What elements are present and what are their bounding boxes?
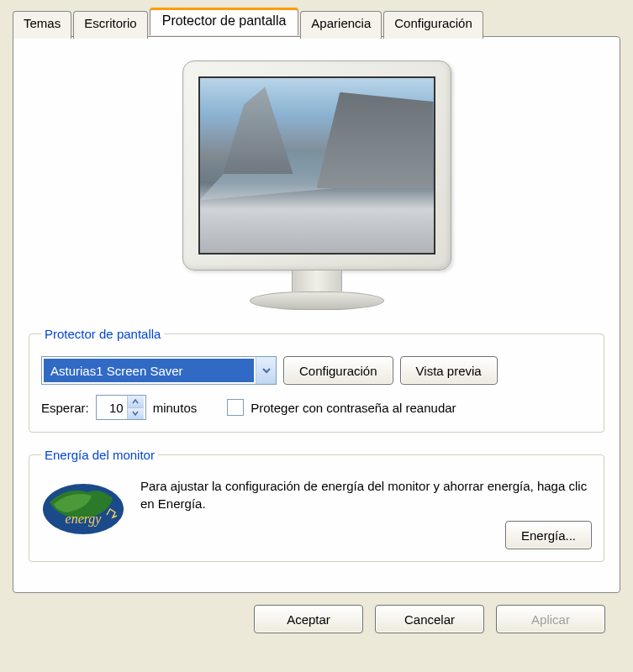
password-label: Proteger con contraseña al reanudar	[251, 401, 456, 415]
screensaver-preview-button[interactable]: Vista previa	[400, 356, 498, 385]
cancel-button[interactable]: Cancelar	[375, 605, 484, 633]
wait-input[interactable]	[97, 396, 127, 419]
wait-label: Esperar:	[41, 401, 89, 415]
dropdown-button[interactable]	[256, 357, 276, 384]
screensaver-dropdown[interactable]: Asturias1 Screen Saver	[41, 356, 277, 385]
wait-unit: minutos	[153, 401, 198, 415]
apply-button[interactable]: Aplicar	[496, 605, 605, 633]
chevron-up-icon	[132, 399, 139, 404]
monitor-neck	[292, 270, 342, 291]
tab-apariencia[interactable]: Apariencia	[300, 11, 382, 39]
monitor-base	[250, 291, 384, 310]
monitor-bezel	[182, 60, 451, 270]
chevron-down-icon	[262, 366, 271, 375]
energy-legend: Energía del monitor	[41, 448, 158, 462]
svg-text:energy: energy	[66, 512, 103, 527]
ok-button[interactable]: Aceptar	[254, 605, 363, 633]
dialog-buttons: Aceptar Cancelar Aplicar	[13, 593, 620, 633]
tab-panel: Protector de pantalla Asturias1 Screen S…	[13, 36, 620, 593]
screensaver-selected: Asturias1 Screen Saver	[44, 359, 254, 382]
tab-escritorio[interactable]: Escritorio	[73, 11, 148, 39]
energy-description: Para ajustar la configuración de energía…	[140, 477, 592, 512]
chevron-down-icon	[132, 411, 139, 416]
energy-group: Energía del monitor energy Para ajustar …	[29, 448, 604, 562]
screensaver-group: Protector de pantalla Asturias1 Screen S…	[29, 327, 604, 433]
energy-button[interactable]: Energía...	[505, 521, 592, 549]
spinner-up[interactable]	[128, 396, 144, 408]
screensaver-legend: Protector de pantalla	[41, 327, 164, 341]
tab-strip: Temas Escritorio Protector de pantalla A…	[13, 8, 620, 36]
screensaver-settings-button[interactable]: Configuración	[283, 356, 393, 385]
monitor-preview	[29, 52, 604, 327]
monitor-screen	[198, 76, 435, 255]
password-checkbox[interactable]	[227, 399, 244, 416]
energy-star-icon: energy	[41, 477, 125, 536]
tab-configuracion[interactable]: Configuración	[383, 11, 483, 39]
tab-temas[interactable]: Temas	[13, 11, 71, 39]
spinner-down[interactable]	[128, 408, 144, 420]
wait-spinner[interactable]	[96, 395, 146, 420]
tab-protector-pantalla[interactable]: Protector de pantalla	[150, 8, 299, 35]
